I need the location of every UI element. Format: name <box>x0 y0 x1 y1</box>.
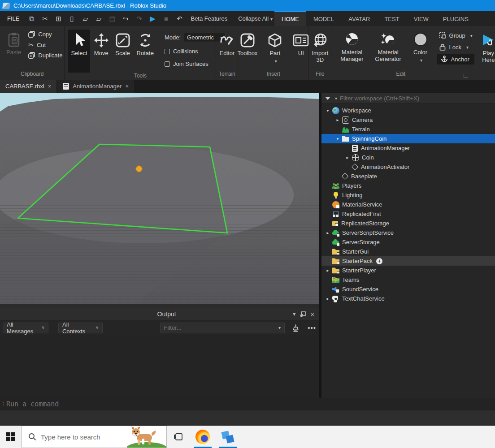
export-icon[interactable]: ↪ <box>120 13 131 24</box>
play-here-button[interactable]: Play Here <box>478 30 495 65</box>
tab-home[interactable]: HOME <box>274 11 306 26</box>
filter-funnel-icon[interactable] <box>325 97 330 100</box>
rotate-tool-button[interactable]: Rotate <box>134 30 156 58</box>
close-tab-icon[interactable]: × <box>125 83 129 90</box>
taskbar-search[interactable] <box>22 426 167 448</box>
chevron-down-icon: ˅ <box>96 325 99 330</box>
tree-item-teams[interactable]: Teams <box>321 275 495 284</box>
select-tool-button[interactable]: Select <box>68 30 90 73</box>
group-label-file: File <box>309 71 331 80</box>
expand-arrow-icon[interactable]: ▸ <box>334 117 341 122</box>
collapse-arrow-icon[interactable]: ▾ <box>324 108 331 113</box>
new-file-icon[interactable]: ▯ <box>66 13 78 24</box>
tab-test[interactable]: TEST <box>377 11 406 26</box>
filter-dropdown-icon[interactable]: ▾ <box>335 96 337 101</box>
viewport-3d[interactable] <box>0 93 319 304</box>
contexts-filter-dropdown[interactable]: All Contexts˅ <box>58 323 103 333</box>
scale-tool-button[interactable]: Scale <box>113 30 133 58</box>
beta-features-button[interactable]: Beta Features <box>185 15 233 22</box>
part-dropdown-icon[interactable]: ▾ <box>275 59 277 64</box>
color-dropdown-icon[interactable]: ▾ <box>420 58 422 63</box>
tree-item-materialservice[interactable]: MaterialService <box>321 200 495 209</box>
tab-plugins[interactable]: PLUGINS <box>436 11 476 26</box>
material-manager-button[interactable]: Material Manager <box>338 30 366 64</box>
tree-item-startergui[interactable]: StarterGui <box>321 247 495 256</box>
output-content[interactable] <box>0 335 319 398</box>
open-recent-icon[interactable]: ▱ <box>93 13 104 24</box>
tree-item-starterplayer[interactable]: ▸StarterPlayer <box>321 266 495 275</box>
material-generator-button[interactable]: Material Generator <box>373 30 404 64</box>
output-filter-combo[interactable]: ▾ <box>160 323 285 333</box>
start-button[interactable] <box>0 426 22 448</box>
paste-button[interactable]: Paste <box>4 30 24 57</box>
color-button[interactable]: Color ▾ <box>410 30 431 64</box>
collapse-arrow-icon[interactable]: ▾ <box>334 136 341 141</box>
tree-item-soundservice[interactable]: SoundService <box>321 284 495 294</box>
output-collapse-icon[interactable]: ▾ <box>293 311 295 317</box>
lock-button[interactable]: Lock▾ <box>437 42 474 52</box>
insert-object-icon[interactable]: + <box>376 258 382 264</box>
collapse-all-button[interactable]: Collapse All▾ <box>233 15 278 22</box>
tab-model[interactable]: MODEL <box>306 11 341 26</box>
firefox-taskbar-button[interactable] <box>190 426 215 448</box>
file-menu-button[interactable]: FILE <box>0 15 26 22</box>
tree-item-replicatedfirst[interactable]: ReplicatedFirst <box>321 209 495 219</box>
roblox-studio-taskbar-button[interactable] <box>215 426 240 448</box>
duplicate-icon[interactable]: ⊞ <box>52 13 64 24</box>
expand-arrow-icon[interactable]: ▸ <box>344 155 351 160</box>
tree-item-coin[interactable]: ▸Coin <box>321 153 495 162</box>
import-3d-button[interactable]: Import 3D <box>309 30 331 65</box>
tree-item-camera[interactable]: ▸Camera <box>321 115 495 125</box>
tree-item-players[interactable]: Players <box>321 181 495 190</box>
expand-arrow-icon[interactable]: ▸ <box>324 296 331 301</box>
messages-filter-dropdown[interactable]: All Messages˅ <box>3 323 48 333</box>
tab-view[interactable]: VIEW <box>407 11 436 26</box>
tree-item-workspace[interactable]: ▾Workspace <box>321 106 495 115</box>
task-view-button[interactable] <box>167 426 190 448</box>
tree-item-lighting[interactable]: Lighting <box>321 190 495 200</box>
tree-item-animationmanager[interactable]: AnimationManager <box>321 143 495 153</box>
redo-icon[interactable]: ↷ <box>133 13 145 24</box>
doc-tab-carbase[interactable]: CARBASE.rbxl × <box>0 80 56 93</box>
group-button[interactable]: Group▾ <box>437 30 474 40</box>
tree-item-serverstorage[interactable]: ServerStorage <box>321 237 495 247</box>
duplicate-button[interactable]: Duplicate <box>26 51 64 60</box>
stop-icon[interactable]: ■ <box>160 13 172 24</box>
tree-item-textchatservice[interactable]: ▸TextChatService <box>321 294 495 303</box>
command-input[interactable] <box>6 400 495 408</box>
tree-item-baseplate[interactable]: Baseplate <box>321 172 495 181</box>
expand-arrow-icon[interactable]: ▸ <box>324 230 331 235</box>
part-button[interactable]: Part ▾ <box>265 30 285 65</box>
undo-icon[interactable]: ↶ <box>174 13 185 24</box>
move-tool-button[interactable]: Move <box>91 30 112 58</box>
tree-item-animationactivator[interactable]: AnimationActivator <box>321 162 495 172</box>
cut-button[interactable]: ✂ Cut <box>26 40 64 50</box>
clear-output-icon[interactable] <box>292 323 300 333</box>
copy-icon[interactable]: ⧉ <box>26 13 37 24</box>
tree-item-spinningcoin[interactable]: ▾SpinningCoin <box>321 134 495 143</box>
tree-item-replicatedstorage[interactable]: ReplicatedStorage <box>321 219 495 228</box>
open-file-icon[interactable]: ▱ <box>79 13 91 24</box>
tree-item-starterpack[interactable]: StarterPack+ <box>321 256 495 266</box>
output-more-icon[interactable]: ••• <box>308 324 316 332</box>
tab-avatar[interactable]: AVATAR <box>341 11 377 26</box>
play-icon[interactable]: ▶ <box>147 13 158 24</box>
copy-button[interactable]: Copy <box>26 30 64 39</box>
dialog-launcher-icon[interactable] <box>464 73 468 78</box>
drag-handle-icon[interactable]: ⋮ <box>0 403 6 405</box>
cut-icon[interactable]: ✂ <box>39 13 51 24</box>
explorer-filter-input[interactable] <box>340 95 474 102</box>
output-dock-icon[interactable] <box>300 311 306 317</box>
doc-tab-animationmanager[interactable]: AnimationManager × <box>57 80 134 93</box>
search-input[interactable] <box>41 433 117 441</box>
expand-arrow-icon[interactable]: ▸ <box>324 268 331 273</box>
tree-item-serverscriptservice[interactable]: ▸ServerScriptService <box>321 228 495 237</box>
close-tab-icon[interactable]: × <box>48 83 52 90</box>
paste-icon[interactable]: ▤ <box>106 13 118 24</box>
tree-item-terrain[interactable]: Terrain <box>321 125 495 134</box>
anchor-button[interactable]: Anchor <box>437 54 474 65</box>
output-close-icon[interactable]: × <box>310 310 314 318</box>
toolbox-button[interactable]: Toolbox <box>235 30 261 58</box>
coin-object[interactable] <box>136 166 142 172</box>
output-filter-input[interactable] <box>164 324 277 331</box>
